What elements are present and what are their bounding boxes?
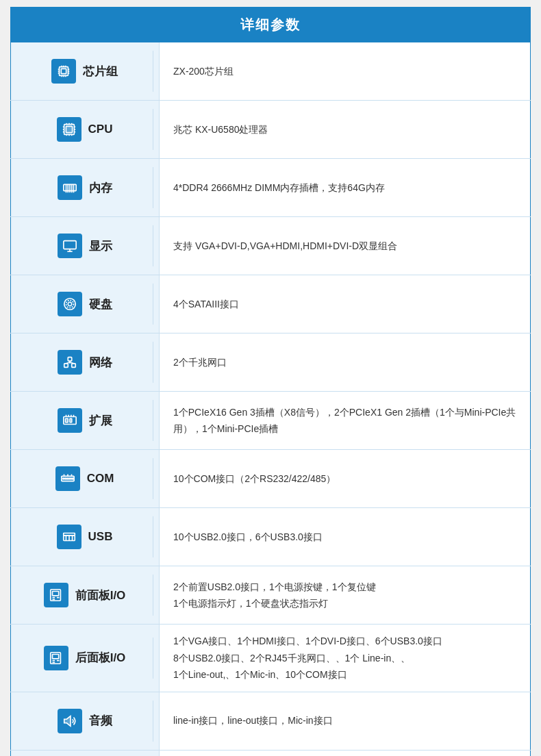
spec-table: 详细参数 芯片组ZX-200芯片组 CPU兆芯 KX-U6580处理器 内存4*… [10,7,531,756]
table-row: 内存4*DDR4 2666MHz DIMM内存插槽，支持64G内存 [11,159,531,217]
value-chipset: ZX-200芯片组 [160,42,531,101]
svg-point-44 [66,301,73,308]
svg-point-59 [62,478,64,479]
svg-rect-47 [68,357,72,362]
label-chipset: 芯片组 [83,64,118,79]
svg-point-61 [66,478,68,479]
table-row: 后面板I/O1个VGA接口、1个HDMI接口、1个DVI-D接口、6个USB3.… [11,625,531,692]
label-expansion: 扩展 [89,413,112,429]
svg-point-43 [68,302,72,306]
value-power: 300W普通电源（可更换550W普通/冗余电源） [160,750,531,756]
table-row: 芯片组ZX-200芯片组 [11,42,531,101]
svg-rect-1 [61,68,66,73]
label-com: COM [87,472,114,486]
audio-icon [58,709,82,733]
table-row: 扩展1个PCIeX16 Gen 3插槽（X8信号），2个PCIeX1 Gen 2… [11,392,531,450]
table-row: 前面板I/O2个前置USB2.0接口，1个电源按键，1个复位键1个电源指示灯，1… [11,566,531,625]
svg-rect-74 [52,592,58,596]
usb-icon [57,525,81,549]
hdd-icon [58,292,82,316]
value-rear-io: 1个VGA接口、1个HDMI接口、1个DVI-D接口、6个USB3.0接口8个U… [160,625,531,692]
table-row: 网络2个千兆网口 [11,333,531,392]
label-display: 显示 [89,238,112,254]
value-display: 支持 VGA+DVI-D,VGA+HDMI,HDMI+DVI-D双显组合 [160,217,531,275]
label-memory: 内存 [89,180,112,196]
value-network: 2个千兆网口 [160,333,531,392]
svg-point-63 [70,478,71,479]
label-cpu: CPU [88,123,113,136]
table-row: COM10个COM接口（2个RS232/422/485） [11,450,531,508]
front-io-icon [44,583,68,607]
table-row: 硬盘4个SATAIII接口 [11,275,531,333]
svg-point-62 [68,478,70,479]
value-com: 10个COM接口（2个RS232/422/485） [160,450,531,508]
value-expansion: 1个PCIeX16 Gen 3插槽（X8信号），2个PCIeX1 Gen 2插槽… [160,392,531,450]
expansion-icon [58,408,82,433]
svg-marker-83 [64,716,70,726]
table-row: 音频line-in接口，line-out接口，Mic-in接口 [11,692,531,750]
display-icon [58,234,82,258]
value-memory: 4*DDR4 2666MHz DIMM内存插槽，支持64G内存 [160,159,531,217]
value-front-io: 2个前置USB2.0接口，1个电源按键，1个复位键1个电源指示灯，1个硬盘状态指… [160,566,531,625]
svg-rect-79 [52,654,58,658]
network-icon [58,350,82,375]
svg-rect-0 [60,67,68,76]
label-hdd: 硬盘 [89,297,112,312]
table-row: CPU兆芯 KX-U6580处理器 [11,101,531,159]
svg-rect-69 [63,533,75,536]
table-row: USB10个USB2.0接口，6个USB3.0接口 [11,508,531,566]
svg-rect-46 [71,364,75,368]
chipset-icon [51,59,76,84]
value-cpu: 兆芯 KX-U6580处理器 [160,101,531,159]
label-network: 网络 [89,355,112,370]
cpu-icon [57,117,81,142]
value-audio: line-in接口，line-out接口，Mic-in接口 [160,692,531,750]
label-rear-io: 后面板I/O [75,650,126,666]
label-front-io: 前面板I/O [75,588,126,603]
svg-point-64 [72,478,73,479]
svg-rect-15 [66,126,72,132]
rear-io-icon [44,646,68,670]
memory-icon [58,175,82,200]
label-usb: USB [88,530,113,544]
com-icon [55,466,80,491]
value-usb: 10个USB2.0接口，6个USB3.0接口 [160,508,531,566]
svg-rect-56 [65,418,68,423]
svg-rect-39 [63,241,75,249]
label-audio: 音频 [89,713,112,729]
table-row: 电 源300W普通电源（可更换550W普通/冗余电源） [11,750,531,756]
table-row: 显示支持 VGA+DVI-D,VGA+HDMI,HDMI+DVI-D双显组合 [11,217,531,275]
svg-point-60 [64,478,66,479]
spec-table-wrapper: 详细参数 芯片组ZX-200芯片组 CPU兆芯 KX-U6580处理器 内存4*… [10,7,531,756]
svg-rect-45 [64,364,68,368]
svg-rect-57 [70,418,72,423]
value-hdd: 4个SATAIII接口 [160,275,531,333]
table-title: 详细参数 [11,8,531,43]
